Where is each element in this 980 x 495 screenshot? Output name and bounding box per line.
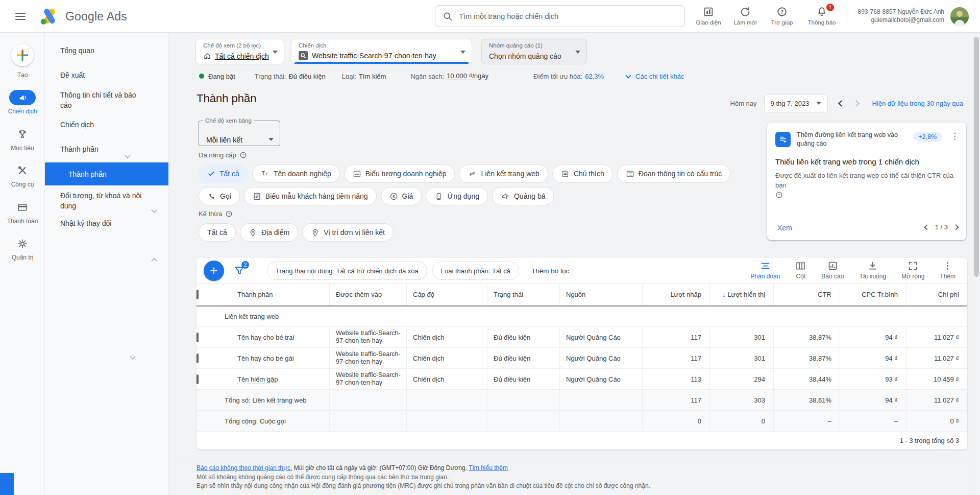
row-checkbox[interactable] [197, 374, 199, 384]
col-level[interactable]: Cấp độ [406, 284, 487, 305]
chevron-down-icon [273, 51, 278, 54]
avatar[interactable] [950, 7, 969, 26]
date-picker[interactable]: 9 thg 7, 2023 [764, 94, 828, 112]
rail-item-billing[interactable]: Thanh toán [0, 200, 45, 225]
more-vert-icon[interactable]: ⋮ [950, 131, 959, 142]
sidebar-item-overview[interactable]: Tổng quan [45, 45, 168, 56]
show-data-link[interactable]: Hiện dữ liệu trong 30 ngày qua [872, 100, 963, 107]
col-cpc[interactable]: CPC Tr.bình [840, 284, 906, 305]
notifications-button[interactable]: ! Thông báo [800, 4, 843, 26]
help-button[interactable]: ? Trợ giúp [764, 4, 800, 26]
chip-affiliate-location[interactable]: Vị trí đơn vị liên kết [302, 223, 394, 242]
filter-chip-asset-type[interactable]: Loại thành phần: Tất cả [432, 262, 519, 280]
asset-name[interactable]: Tên hay cho bé gái [237, 355, 294, 363]
topbar-actions: Giao diện Làm mới ? Trợ giúp ! Thông báo [690, 4, 843, 26]
col-source[interactable]: Nguồn [559, 284, 642, 305]
active-indicator [295, 62, 469, 64]
columns-button[interactable]: Cột [788, 261, 814, 280]
appearance-button[interactable]: Giao diện [690, 4, 727, 26]
add-asset-button[interactable] [204, 261, 224, 281]
reports-button[interactable]: Báo cáo [814, 261, 851, 280]
status-label: Trạng thái: [255, 73, 286, 80]
chip-structured-snippet[interactable]: Đoạn thông tin có cấu trúc [617, 164, 730, 183]
rail-item-admin[interactable]: Quản trị [0, 236, 45, 261]
campaign-select[interactable]: Chiến dịch Website traffic-Search-97-cho… [291, 39, 472, 64]
create-button[interactable] [11, 44, 34, 66]
realtime-report-link[interactable]: Báo cáo không theo thời gian thực. [197, 464, 292, 472]
sidebar-item-recommendations[interactable]: Đề xuất [45, 69, 168, 81]
col-status[interactable]: Trạng thái [487, 284, 559, 305]
asset-type-chips-row-3: Tất cả Địa điểm Vị trí đơn vị liên kết [199, 223, 394, 242]
pager-prev-icon[interactable] [924, 224, 929, 230]
account-email: guiemailchotoi@gmail.com [858, 16, 944, 24]
rail-item-goals[interactable]: Mục tiêu [0, 127, 45, 152]
row-checkbox[interactable] [197, 353, 199, 363]
expand-button[interactable]: Mở rộng [894, 261, 932, 280]
date-next-button[interactable] [853, 100, 860, 107]
col-asset[interactable]: Thành phần [237, 291, 329, 298]
megaphone-icon [18, 93, 28, 103]
col-clicks[interactable]: Lượt nhấp [642, 284, 709, 305]
pager-next-icon[interactable] [953, 224, 959, 230]
chip-business-name[interactable]: TT Tên doanh nghiệp [252, 164, 340, 183]
budget-label: Ngân sách: [410, 73, 444, 80]
chip-lead-form[interactable]: Biểu mẫu khách hàng tiềm năng [244, 187, 377, 205]
adgroup-select[interactable]: Nhóm quảng cáo (1) Chọn nhóm quảng cáo [481, 39, 587, 64]
sidebar-item-assets-selected[interactable]: Thành phần [45, 162, 168, 185]
account-info[interactable]: 893-768-8857 Nguyễn Đức Anh guiemailchot… [858, 8, 944, 24]
refresh-button[interactable]: Làm mới [727, 4, 764, 26]
chip-call[interactable]: Gọi [199, 187, 240, 205]
download-button[interactable]: Tải xuống [851, 261, 894, 280]
chip-business-logo[interactable]: Biểu tượng doanh nghiệp [344, 164, 455, 183]
col-cost[interactable]: Chi phí [906, 284, 967, 305]
more-details-link[interactable]: Các chi tiết khác [626, 73, 684, 80]
rail-item-campaigns[interactable]: Chiến dịch [0, 90, 45, 115]
sitelink-suggestion-icon [775, 132, 791, 147]
view-link[interactable]: Xem [777, 224, 792, 232]
account-name: 893-768-8857 Nguyễn Đức Anh [858, 8, 944, 16]
table-view-mode-select[interactable]: Chế độ xem bảng Mỗi liên kết [199, 117, 280, 146]
chip-price[interactable]: $ Giá [381, 187, 422, 205]
rail-item-tools[interactable]: Công cụ [0, 163, 45, 188]
col-added-to[interactable]: Được thêm vào [329, 284, 406, 305]
hamburger-menu-icon[interactable] [14, 10, 27, 22]
segment-button[interactable]: Phân đoạn [743, 261, 788, 280]
learn-more-link[interactable]: Tìm hiểu thêm [469, 464, 508, 472]
chip-promotion[interactable]: Quảng bá [492, 187, 554, 205]
asset-name[interactable]: Tên hay cho bé trai [237, 334, 294, 342]
recommendation-title: Thêm đường liên kết trang web vào quảng … [797, 131, 908, 148]
sidebar-item-insights[interactable]: Thông tin chi tiết và báo cáo [45, 89, 142, 111]
more-button[interactable]: Thêm [932, 261, 963, 280]
sidebar-item-assets[interactable]: Thành phần [45, 144, 168, 155]
budget-value[interactable]: 10.000 ₫/ngày [447, 72, 488, 80]
sidebar-item-audiences[interactable]: Đối tượng, từ khoá và nội dung [45, 190, 147, 212]
col-impressions[interactable]: ↓Lượt hiển thị [709, 284, 773, 305]
text-icon: TT [261, 170, 270, 178]
add-filter-button[interactable]: Thêm bộ lọc [531, 267, 569, 275]
row-checkbox[interactable] [197, 333, 199, 342]
select-all-checkbox[interactable] [197, 290, 199, 299]
scrollbar-thumb[interactable] [974, 37, 979, 277]
chip-all-upgraded[interactable]: Tất cả [199, 164, 248, 183]
search-input[interactable] [459, 12, 677, 20]
chip-all-legacy[interactable]: Tất cả [199, 223, 236, 242]
google-ads-logo[interactable]: Google Ads [39, 7, 127, 26]
search-box[interactable] [435, 5, 685, 27]
sidebar-item-change-history[interactable]: Nhật ký thay đổi [45, 218, 168, 229]
col-ctr[interactable]: CTR [773, 284, 840, 305]
date-controls: Hôm nay 9 thg 7, 2023 Hiện dữ liệu trong… [730, 94, 963, 112]
chip-location[interactable]: Địa điểm [240, 223, 298, 242]
recommendation-card: Thêm đường liên kết trang web vào quảng … [767, 123, 966, 240]
sidebar-item-campaigns[interactable]: Chiến dịch [45, 119, 168, 130]
view-mode-select[interactable]: Chế độ xem (2 bộ lọc) Tất cả chiến dịch [195, 39, 284, 64]
chip-app[interactable]: Ứng dụng [426, 187, 488, 205]
filter-chip-content-status[interactable]: Trạng thái nội dung: Tất cả trừ chiến dị… [267, 262, 427, 280]
filter-count-badge: 2 [241, 261, 249, 269]
asset-name[interactable]: Tên hiếm gặp [237, 375, 278, 384]
phone-icon [207, 192, 216, 201]
chip-callout[interactable]: Chú thích [552, 164, 613, 183]
date-preset-label: Hôm nay [730, 100, 757, 107]
check-icon [207, 170, 215, 178]
chip-sitelink[interactable]: Liên kết trang web [459, 164, 548, 183]
date-prev-button[interactable] [839, 100, 845, 107]
